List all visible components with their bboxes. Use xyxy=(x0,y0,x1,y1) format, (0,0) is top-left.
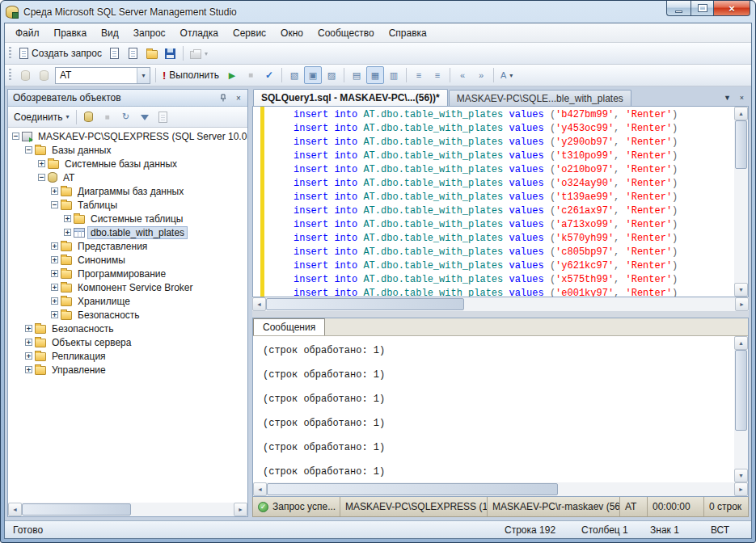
scroll-left-button[interactable]: ◄ xyxy=(253,482,267,496)
editor-vscrollbar[interactable]: ▲ ▼ xyxy=(734,107,748,297)
filter-button[interactable] xyxy=(136,108,154,126)
tree-hscrollbar[interactable]: ◄ ► xyxy=(8,503,247,516)
code-line[interactable]: insert into AT.dbo.table_with_plates val… xyxy=(294,273,734,287)
minimize-button[interactable] xyxy=(666,1,691,16)
collapse-icon[interactable]: − xyxy=(38,174,45,181)
pin-icon[interactable] xyxy=(217,91,230,104)
scroll-down-button[interactable]: ▼ xyxy=(734,469,748,482)
collapse-icon[interactable]: − xyxy=(12,133,19,140)
scroll-thumb[interactable] xyxy=(22,503,131,516)
stop-button[interactable]: ■ xyxy=(242,66,260,84)
code-line[interactable]: insert into AT.dbo.table_with_plates val… xyxy=(294,204,734,218)
tree-item[interactable]: +Безопасность xyxy=(8,322,247,335)
messages-hscrollbar[interactable]: ◄ ► xyxy=(253,482,748,496)
expand-icon[interactable]: + xyxy=(25,352,32,360)
tree-item[interactable]: +Управление xyxy=(8,363,247,377)
scroll-thumb[interactable] xyxy=(267,483,558,495)
database-engine-query-button[interactable] xyxy=(106,44,124,62)
code-line[interactable]: insert into AT.dbo.table_with_plates val… xyxy=(294,259,734,273)
tree-item[interactable]: +Программирование xyxy=(8,267,247,280)
code-editor[interactable]: insert into AT.dbo.table_with_plates val… xyxy=(252,106,749,297)
tree-item[interactable]: −AT xyxy=(8,170,247,184)
query-options-button[interactable]: ▨ xyxy=(323,66,340,84)
scroll-track[interactable] xyxy=(734,350,748,469)
menu-item[interactable]: Окно xyxy=(273,23,310,42)
menu-item[interactable]: Вид xyxy=(94,23,126,42)
maximize-button[interactable] xyxy=(691,1,713,16)
refresh-button[interactable]: ↻ xyxy=(117,108,135,126)
tab-active-document[interactable]: SQLQuery1.sql - MASKAEV-PC\...(56))* xyxy=(253,89,448,106)
results-to-text-button[interactable]: ▤ xyxy=(348,66,365,84)
scroll-right-button[interactable]: ► xyxy=(234,503,247,516)
tree-item[interactable]: +dbo.table_with_plates xyxy=(8,225,247,239)
tree-item[interactable]: −Базы данных xyxy=(8,143,247,157)
scroll-right-button[interactable]: ► xyxy=(735,297,749,311)
close-panel-icon[interactable]: × xyxy=(232,91,245,104)
tree-item[interactable]: +Системные базы данных xyxy=(8,157,247,170)
expand-icon[interactable]: + xyxy=(51,297,58,305)
tree-item[interactable]: −MASKAEV-PC\SQLEXPRESS (SQL Server 10.0.… xyxy=(8,129,247,143)
menu-item[interactable]: Сообщество xyxy=(310,23,382,42)
results-to-file-button[interactable]: ▥ xyxy=(385,66,403,84)
disconnect-button[interactable] xyxy=(80,108,98,126)
expand-icon[interactable]: + xyxy=(51,256,58,263)
expand-icon[interactable]: + xyxy=(38,160,45,167)
new-query-button[interactable]: Создать запрос xyxy=(16,44,105,62)
scroll-track[interactable] xyxy=(266,297,735,311)
results-to-grid-button[interactable]: ▦ xyxy=(366,66,384,84)
scroll-down-button[interactable]: ▼ xyxy=(734,283,748,297)
scroll-up-button[interactable]: ▲ xyxy=(734,336,748,350)
tree-item[interactable]: +Системные таблицы xyxy=(8,212,247,225)
expand-icon[interactable]: + xyxy=(64,215,71,222)
tree-item[interactable]: +Представления xyxy=(8,239,247,253)
code-line[interactable]: insert into AT.dbo.table_with_plates val… xyxy=(294,136,734,149)
tab-document[interactable]: MASKAEV-PC\SQLE...ble_with_plates xyxy=(449,90,631,106)
increase-indent-button[interactable]: » xyxy=(472,66,490,84)
scroll-right-button[interactable]: ► xyxy=(734,482,748,496)
tab-messages[interactable]: Сообщения xyxy=(253,318,325,335)
tree-item[interactable]: −Таблицы xyxy=(8,198,247,212)
results-splitter[interactable] xyxy=(252,311,749,318)
expand-icon[interactable]: + xyxy=(51,311,58,318)
template-values-button[interactable]: A▾ xyxy=(497,66,516,84)
print-button[interactable]: ▾ xyxy=(187,44,211,62)
save-button[interactable] xyxy=(162,44,179,62)
toolbar-grip[interactable] xyxy=(9,69,11,82)
close-button[interactable]: × xyxy=(713,1,750,16)
database-combo[interactable]: AT ▾ xyxy=(55,67,150,84)
tree-item[interactable]: +Компонент Service Broker xyxy=(8,280,247,294)
analysis-services-query-button[interactable] xyxy=(125,44,142,62)
expand-icon[interactable]: + xyxy=(51,270,58,277)
code-line[interactable]: insert into AT.dbo.table_with_plates val… xyxy=(294,177,734,191)
editor-hscrollbar[interactable]: ◄ ► xyxy=(252,297,749,311)
execute-button[interactable]: ! Выполнить xyxy=(159,66,222,84)
code-line[interactable]: insert into AT.dbo.table_with_plates val… xyxy=(294,287,734,297)
toolbar-grip[interactable] xyxy=(9,47,11,60)
expand-icon[interactable]: + xyxy=(25,325,32,332)
connect-button[interactable]: Соединить ▾ xyxy=(11,108,73,126)
tree-item[interactable]: +Диаграммы баз данных xyxy=(8,184,247,198)
code-line[interactable]: insert into AT.dbo.table_with_plates val… xyxy=(294,232,734,246)
code-line[interactable]: insert into AT.dbo.table_with_plates val… xyxy=(294,163,734,177)
stop-tree-button[interactable]: ■ xyxy=(99,108,116,126)
tree-item[interactable]: +Безопасность xyxy=(8,308,247,322)
combo-dropdown-icon[interactable]: ▾ xyxy=(137,68,150,83)
expand-icon[interactable]: + xyxy=(25,339,32,346)
debug-button[interactable]: ▶ xyxy=(223,66,241,84)
scroll-left-button[interactable]: ◄ xyxy=(8,503,22,516)
code-lines[interactable]: insert into AT.dbo.table_with_plates val… xyxy=(253,107,734,297)
estimated-plan-button[interactable]: ▧ xyxy=(285,66,303,84)
close-document-icon[interactable]: × xyxy=(736,91,748,103)
code-line[interactable]: insert into AT.dbo.table_with_plates val… xyxy=(294,149,734,163)
script-button[interactable] xyxy=(154,108,172,126)
expand-icon[interactable]: + xyxy=(25,366,32,373)
expand-icon[interactable]: + xyxy=(51,242,58,250)
menu-item[interactable]: Правка xyxy=(47,23,95,42)
scroll-track[interactable] xyxy=(734,120,748,283)
expand-icon[interactable]: + xyxy=(51,187,58,195)
menu-item[interactable]: Справка xyxy=(382,23,434,42)
scroll-thumb[interactable] xyxy=(266,298,464,310)
change-connection-button[interactable] xyxy=(35,66,53,84)
active-files-dropdown-icon[interactable]: ▼ xyxy=(721,91,733,103)
uncomment-button[interactable]: ≡ xyxy=(429,66,446,84)
